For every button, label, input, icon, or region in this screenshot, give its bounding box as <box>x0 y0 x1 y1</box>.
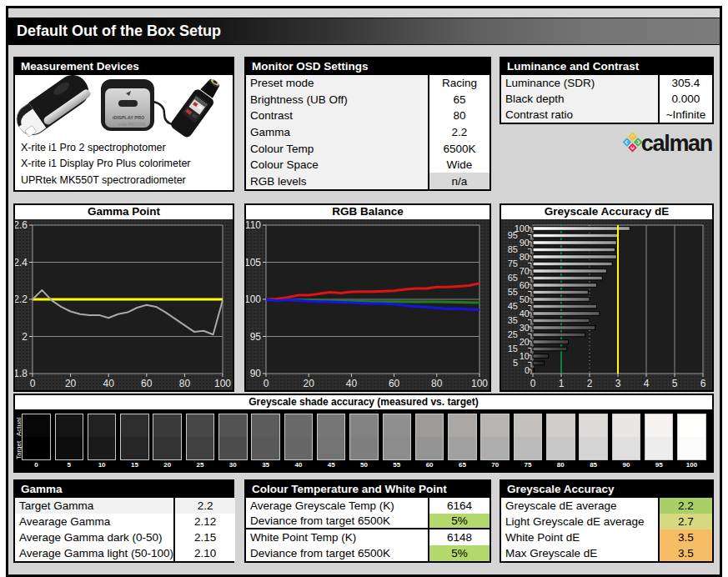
svg-text:40: 40 <box>103 378 115 389</box>
svg-text:10: 10 <box>520 351 530 361</box>
svg-text:6: 6 <box>700 378 706 389</box>
svg-text:2: 2 <box>587 378 593 389</box>
svg-text:80: 80 <box>520 252 530 262</box>
svg-text:75: 75 <box>508 258 518 268</box>
svg-text:100: 100 <box>246 294 261 305</box>
svg-text:95: 95 <box>250 331 262 343</box>
svg-text:50: 50 <box>520 294 530 304</box>
svg-text:20: 20 <box>520 337 530 347</box>
svg-text:1.8: 1.8 <box>15 368 28 379</box>
svg-text:1: 1 <box>559 378 565 389</box>
svg-text:15: 15 <box>508 344 518 354</box>
svg-text:100: 100 <box>471 378 488 389</box>
svg-text:0: 0 <box>30 378 36 389</box>
svg-text:45: 45 <box>508 301 518 311</box>
svg-text:iDISPLAY PRO: iDISPLAY PRO <box>113 115 145 120</box>
svg-text:40: 40 <box>520 309 530 319</box>
svg-text:2.4: 2.4 <box>15 257 28 268</box>
svg-text:0: 0 <box>264 378 269 389</box>
svg-text:80: 80 <box>179 378 191 389</box>
svg-text:20: 20 <box>304 378 315 389</box>
svg-text:85: 85 <box>508 244 518 254</box>
svg-text:60: 60 <box>141 378 153 389</box>
svg-text:95: 95 <box>508 230 518 240</box>
svg-text:20: 20 <box>65 378 77 389</box>
svg-text:80: 80 <box>431 378 443 389</box>
svg-text:105: 105 <box>246 257 261 268</box>
svg-text:40: 40 <box>346 378 358 389</box>
svg-text:0: 0 <box>525 365 530 375</box>
svg-text:55: 55 <box>508 287 518 297</box>
svg-text:35: 35 <box>508 315 518 325</box>
svg-text:90: 90 <box>250 368 262 379</box>
svg-text:110: 110 <box>246 219 261 231</box>
svg-text:2.6: 2.6 <box>15 219 28 231</box>
svg-text:2: 2 <box>22 331 28 343</box>
svg-text:5: 5 <box>513 358 518 368</box>
svg-text:65: 65 <box>508 273 518 283</box>
svg-text:25: 25 <box>508 329 518 339</box>
svg-text:70: 70 <box>520 266 530 276</box>
svg-text:x-rite PANTONE: x-rite PANTONE <box>118 123 146 127</box>
svg-text:3: 3 <box>615 378 621 389</box>
svg-text:90: 90 <box>520 238 530 248</box>
svg-text:2.2: 2.2 <box>15 294 28 305</box>
svg-text:5: 5 <box>672 378 678 389</box>
svg-text:0: 0 <box>530 378 536 389</box>
svg-text:30: 30 <box>520 323 530 333</box>
svg-text:60: 60 <box>520 280 530 290</box>
svg-text:4: 4 <box>644 378 650 389</box>
svg-text:100: 100 <box>214 378 231 389</box>
svg-text:calman: calman <box>641 132 712 156</box>
svg-text:60: 60 <box>389 378 400 389</box>
